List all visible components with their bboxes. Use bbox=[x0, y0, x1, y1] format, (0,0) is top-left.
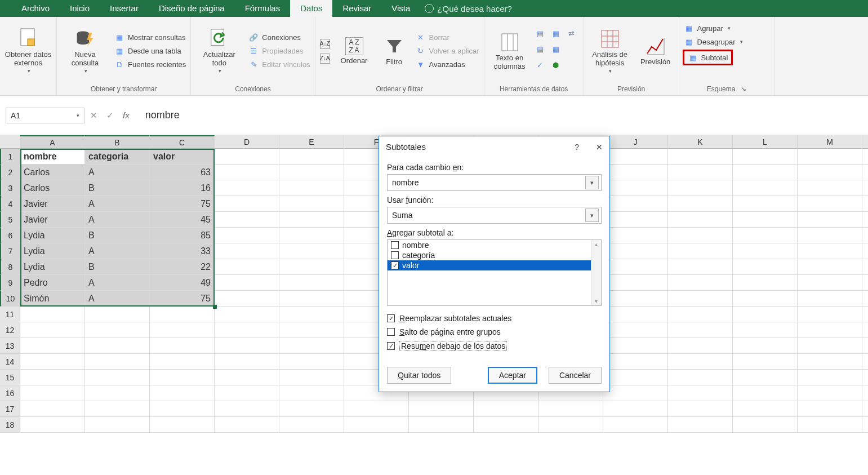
subtotal-button[interactable]: ▦Subtotal bbox=[683, 50, 733, 65]
cell[interactable] bbox=[798, 275, 862, 291]
cell[interactable] bbox=[150, 401, 215, 417]
data-validation-icon[interactable]: ✓ bbox=[535, 60, 545, 70]
cell[interactable] bbox=[409, 417, 474, 433]
cell[interactable]: 33 bbox=[150, 243, 215, 259]
cell[interactable] bbox=[85, 401, 150, 417]
cell[interactable] bbox=[215, 370, 279, 385]
col-header-D[interactable]: D bbox=[215, 135, 279, 149]
cell[interactable] bbox=[150, 338, 215, 354]
cell[interactable]: Carlos bbox=[20, 165, 85, 180]
row-header-17[interactable]: 17 bbox=[0, 401, 20, 417]
cell[interactable] bbox=[862, 180, 868, 196]
cell[interactable]: Lydia bbox=[20, 228, 85, 243]
cell[interactable] bbox=[668, 165, 733, 180]
cell[interactable]: Simón bbox=[20, 291, 85, 307]
cell[interactable] bbox=[20, 370, 85, 385]
row-header-8[interactable]: 8 bbox=[0, 259, 20, 275]
filter-button[interactable]: Filtro bbox=[377, 36, 411, 66]
cell[interactable] bbox=[603, 291, 668, 307]
col-header-M[interactable]: M bbox=[798, 135, 862, 149]
manage-data-model-icon[interactable]: ⬢ bbox=[551, 60, 561, 70]
cell[interactable] bbox=[85, 307, 150, 322]
cell[interactable] bbox=[733, 338, 798, 354]
cell[interactable] bbox=[862, 385, 868, 401]
cell[interactable] bbox=[668, 417, 733, 433]
cell[interactable] bbox=[150, 385, 215, 401]
flash-fill-icon[interactable]: ▤ bbox=[535, 29, 545, 39]
cell[interactable] bbox=[215, 228, 279, 243]
cell[interactable] bbox=[668, 291, 733, 307]
cell[interactable] bbox=[862, 417, 868, 433]
refresh-all-button[interactable]: Actualizar todo▾ bbox=[194, 29, 244, 74]
cell[interactable] bbox=[668, 385, 733, 401]
cell[interactable] bbox=[798, 243, 862, 259]
cell[interactable] bbox=[668, 275, 733, 291]
cell[interactable] bbox=[215, 354, 279, 370]
cell[interactable]: B bbox=[85, 259, 150, 275]
cell[interactable] bbox=[862, 370, 868, 385]
cell[interactable] bbox=[150, 322, 215, 338]
cell[interactable] bbox=[215, 243, 279, 259]
cell[interactable] bbox=[279, 291, 344, 307]
cell[interactable] bbox=[603, 385, 668, 401]
row-header-16[interactable]: 16 bbox=[0, 385, 20, 401]
cell[interactable] bbox=[798, 338, 862, 354]
cell[interactable]: A bbox=[85, 291, 150, 307]
cell[interactable] bbox=[798, 401, 862, 417]
checkbox-pagebreak[interactable]: Salto de página entre grupos bbox=[387, 327, 602, 336]
cell[interactable] bbox=[150, 307, 215, 322]
menu-tab-fórmulas[interactable]: Fórmulas bbox=[235, 0, 291, 17]
cell[interactable]: 22 bbox=[150, 259, 215, 275]
cell[interactable] bbox=[798, 196, 862, 212]
ungroup-button[interactable]: ▦Desagrupar▾ bbox=[683, 36, 744, 47]
cell[interactable] bbox=[603, 417, 668, 433]
cell[interactable] bbox=[862, 196, 868, 212]
cell[interactable] bbox=[862, 149, 868, 165]
cell[interactable] bbox=[862, 243, 868, 259]
cell[interactable] bbox=[668, 401, 733, 417]
confirm-icon[interactable]: ✓ bbox=[106, 110, 114, 121]
cell[interactable] bbox=[798, 228, 862, 243]
cell[interactable] bbox=[603, 196, 668, 212]
row-header-15[interactable]: 15 bbox=[0, 370, 20, 385]
cell[interactable] bbox=[862, 322, 868, 338]
cell[interactable] bbox=[733, 401, 798, 417]
list-item[interactable]: categoría bbox=[388, 250, 601, 260]
cell[interactable] bbox=[733, 307, 798, 322]
row-header-4[interactable]: 4 bbox=[0, 196, 20, 212]
list-item[interactable]: nombre bbox=[388, 240, 601, 250]
sort-button[interactable]: A ZZ A Ordenar bbox=[335, 37, 374, 65]
cell[interactable] bbox=[215, 322, 279, 338]
cell[interactable] bbox=[20, 338, 85, 354]
cell[interactable] bbox=[603, 401, 668, 417]
help-icon[interactable]: ? bbox=[575, 143, 579, 152]
cell[interactable] bbox=[20, 322, 85, 338]
menu-tab-inicio[interactable]: Inicio bbox=[60, 0, 100, 17]
cell[interactable] bbox=[862, 307, 868, 322]
sort-az-button[interactable]: A↓Z bbox=[319, 38, 331, 50]
cell[interactable]: B bbox=[85, 228, 150, 243]
cell[interactable] bbox=[668, 338, 733, 354]
cell[interactable] bbox=[798, 165, 862, 180]
cell[interactable] bbox=[862, 291, 868, 307]
menu-tab-revisar[interactable]: Revisar bbox=[332, 0, 381, 17]
cell[interactable] bbox=[603, 212, 668, 228]
cell[interactable] bbox=[668, 228, 733, 243]
cell[interactable] bbox=[733, 417, 798, 433]
cell[interactable] bbox=[733, 291, 798, 307]
cell[interactable] bbox=[733, 149, 798, 165]
cell[interactable] bbox=[279, 259, 344, 275]
cell[interactable] bbox=[150, 417, 215, 433]
cell[interactable] bbox=[668, 196, 733, 212]
cell[interactable]: Carlos bbox=[20, 180, 85, 196]
cell[interactable] bbox=[215, 401, 279, 417]
checkbox-summary-below[interactable]: Resumen debajo de los datos bbox=[387, 341, 602, 351]
cell[interactable]: A bbox=[85, 165, 150, 180]
cell[interactable] bbox=[862, 354, 868, 370]
cell[interactable] bbox=[215, 180, 279, 196]
row-header-9[interactable]: 9 bbox=[0, 275, 20, 291]
cell[interactable] bbox=[733, 165, 798, 180]
cell[interactable] bbox=[733, 243, 798, 259]
from-table-button[interactable]: ▦Desde una tabla bbox=[113, 46, 182, 57]
cell[interactable] bbox=[733, 228, 798, 243]
